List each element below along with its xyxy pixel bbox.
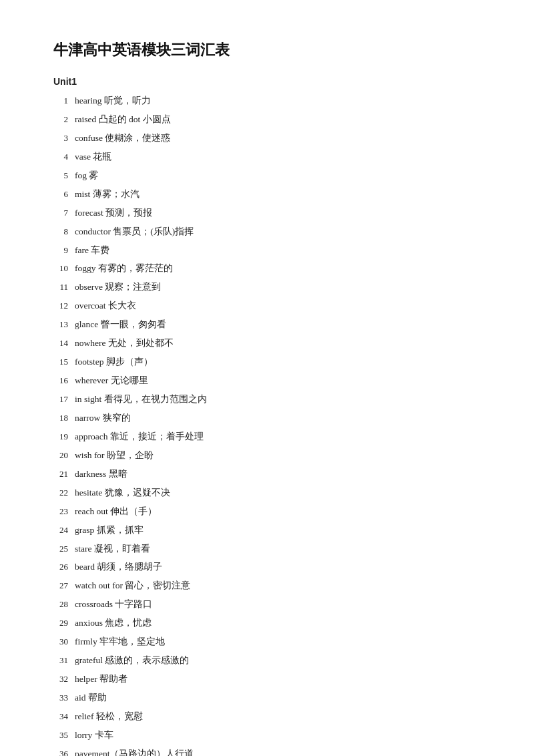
list-item: 23reach out 伸出（手） xyxy=(53,504,481,520)
vocab-number: 26 xyxy=(53,560,75,574)
vocab-number: 30 xyxy=(53,634,75,649)
list-item: 34relief 轻松，宽慰 xyxy=(53,709,481,725)
vocab-number: 34 xyxy=(53,709,75,724)
vocab-entry: grasp 抓紧，抓牢 xyxy=(75,523,144,538)
vocab-entry: raised 凸起的 dot 小圆点 xyxy=(75,112,171,128)
vocab-entry: helper 帮助者 xyxy=(75,672,127,687)
vocab-number: 18 xyxy=(53,411,75,425)
vocab-number: 35 xyxy=(53,728,75,743)
vocab-entry: fare 车费 xyxy=(75,243,109,258)
vocab-number: 17 xyxy=(53,392,75,407)
vocab-number: 2 xyxy=(53,112,75,127)
vocab-entry: nowhere 无处，到处都不 xyxy=(75,336,174,351)
vocab-number: 12 xyxy=(53,299,75,313)
vocab-number: 19 xyxy=(53,429,75,444)
vocab-entry: mist 薄雾；水汽 xyxy=(75,187,140,202)
list-item: 11observe 观察；注意到 xyxy=(53,280,481,295)
vocab-entry: in sight 看得见，在视力范围之内 xyxy=(75,392,207,407)
list-item: 28crossroads 十字路口 xyxy=(53,597,481,612)
vocab-entry: aid 帮助 xyxy=(75,691,107,706)
vocab-entry: watch out for 留心，密切注意 xyxy=(75,578,190,594)
vocab-entry: narrow 狭窄的 xyxy=(75,411,131,426)
page-title: 牛津高中英语模块三词汇表 xyxy=(53,40,481,60)
vocab-number: 13 xyxy=(53,317,75,332)
vocab-number: 36 xyxy=(53,747,75,756)
list-item: 2raised 凸起的 dot 小圆点 xyxy=(53,112,481,128)
vocab-number: 11 xyxy=(53,280,75,295)
list-item: 14nowhere 无处，到处都不 xyxy=(53,336,481,351)
list-item: 35lorry 卡车 xyxy=(53,728,481,743)
list-item: 1hearing 听觉，听力 xyxy=(53,93,481,109)
vocab-entry: confuse 使糊涂，使迷惑 xyxy=(75,131,170,146)
list-item: 32helper 帮助者 xyxy=(53,672,481,687)
list-item: 36pavement（马路边的）人行道 xyxy=(53,747,481,756)
vocab-number: 22 xyxy=(53,486,75,500)
list-item: 26beard 胡须，络腮胡子 xyxy=(53,560,481,575)
vocab-number: 3 xyxy=(53,131,75,146)
vocab-entry: wherever 无论哪里 xyxy=(75,373,148,389)
vocab-number: 32 xyxy=(53,672,75,687)
vocab-number: 4 xyxy=(53,150,75,164)
vocab-entry: footstep 脚步（声） xyxy=(75,355,153,370)
vocab-number: 1 xyxy=(53,93,75,108)
list-item: 17in sight 看得见，在视力范围之内 xyxy=(53,392,481,407)
list-item: 10foggy 有雾的，雾茫茫的 xyxy=(53,261,481,276)
vocab-entry: fog 雾 xyxy=(75,168,98,184)
vocab-entry: firmly 牢牢地，坚定地 xyxy=(75,634,165,650)
vocab-entry: darkness 黑暗 xyxy=(75,467,127,482)
vocab-number: 20 xyxy=(53,448,75,463)
unit-label: Unit1 xyxy=(53,76,481,87)
list-item: 7forecast 预测，预报 xyxy=(53,206,481,221)
vocab-entry: crossroads 十字路口 xyxy=(75,597,152,612)
vocab-entry: overcoat 长大衣 xyxy=(75,299,136,314)
vocab-number: 25 xyxy=(53,542,75,556)
list-item: 22hesitate 犹豫，迟疑不决 xyxy=(53,486,481,501)
list-item: 18narrow 狭窄的 xyxy=(53,411,481,426)
vocab-number: 8 xyxy=(53,224,75,239)
vocab-entry: vase 花瓶 xyxy=(75,150,111,165)
vocab-number: 6 xyxy=(53,187,75,202)
list-item: 25stare 凝视，盯着看 xyxy=(53,542,481,557)
vocab-number: 29 xyxy=(53,616,75,630)
vocab-number: 9 xyxy=(53,243,75,258)
vocab-number: 31 xyxy=(53,653,75,668)
vocab-number: 15 xyxy=(53,355,75,369)
list-item: 8conductor 售票员；(乐队)指挥 xyxy=(53,224,481,240)
vocab-entry: approach 靠近，接近；着手处理 xyxy=(75,429,204,445)
list-item: 4vase 花瓶 xyxy=(53,150,481,165)
vocab-number: 33 xyxy=(53,691,75,705)
vocab-entry: pavement（马路边的）人行道 xyxy=(75,747,194,756)
vocab-number: 23 xyxy=(53,504,75,519)
vocab-entry: glance 瞥一眼，匆匆看 xyxy=(75,317,166,333)
vocab-entry: lorry 卡车 xyxy=(75,728,113,743)
vocab-entry: forecast 预测，预报 xyxy=(75,206,152,221)
vocab-entry: observe 观察；注意到 xyxy=(75,280,161,295)
list-item: 27watch out for 留心，密切注意 xyxy=(53,578,481,594)
list-item: 13glance 瞥一眼，匆匆看 xyxy=(53,317,481,333)
list-item: 3confuse 使糊涂，使迷惑 xyxy=(53,131,481,146)
list-item: 12overcoat 长大衣 xyxy=(53,299,481,314)
vocab-number: 24 xyxy=(53,523,75,538)
vocab-number: 28 xyxy=(53,597,75,612)
list-item: 21darkness 黑暗 xyxy=(53,467,481,482)
list-item: 33aid 帮助 xyxy=(53,691,481,706)
vocab-number: 21 xyxy=(53,467,75,482)
vocab-number: 14 xyxy=(53,336,75,351)
list-item: 9fare 车费 xyxy=(53,243,481,258)
vocab-entry: relief 轻松，宽慰 xyxy=(75,709,143,725)
vocab-entry: grateful 感激的，表示感激的 xyxy=(75,653,189,669)
list-item: 24grasp 抓紧，抓牢 xyxy=(53,523,481,538)
vocab-entry: hesitate 犹豫，迟疑不决 xyxy=(75,486,170,501)
vocab-entry: conductor 售票员；(乐队)指挥 xyxy=(75,224,194,240)
list-item: 20wish for 盼望，企盼 xyxy=(53,448,481,463)
vocab-number: 7 xyxy=(53,206,75,220)
vocab-entry: wish for 盼望，企盼 xyxy=(75,448,154,463)
list-item: 30firmly 牢牢地，坚定地 xyxy=(53,634,481,650)
list-item: 29anxious 焦虑，忧虑 xyxy=(53,616,481,631)
vocab-entry: reach out 伸出（手） xyxy=(75,504,157,520)
vocab-number: 10 xyxy=(53,261,75,276)
list-item: 5fog 雾 xyxy=(53,168,481,184)
vocab-list: 1hearing 听觉，听力2raised 凸起的 dot 小圆点3confus… xyxy=(53,93,481,756)
list-item: 15footstep 脚步（声） xyxy=(53,355,481,370)
list-item: 19approach 靠近，接近；着手处理 xyxy=(53,429,481,445)
